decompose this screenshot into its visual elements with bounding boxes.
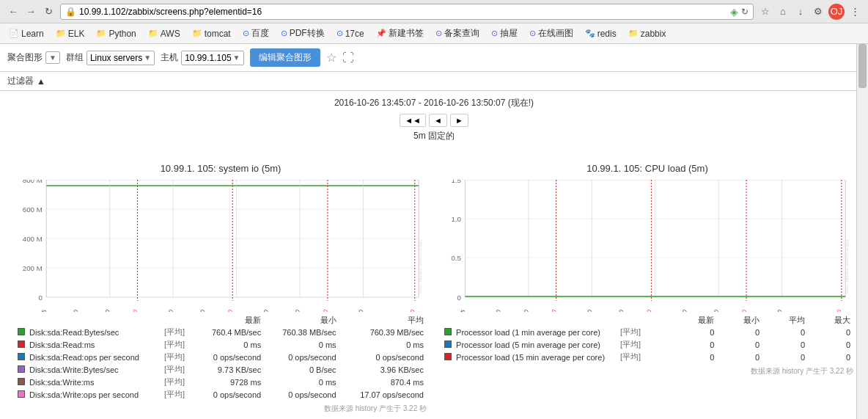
legend-color-swatch xyxy=(18,353,25,360)
chart2-data-source: 数据来源 history 产生于 3.22 秒 xyxy=(441,366,853,376)
nav-back-button[interactable]: ◄ xyxy=(429,114,447,127)
legend-item-latest: 0 ms xyxy=(194,338,264,351)
back-button[interactable]: ← xyxy=(6,4,21,19)
forward-button[interactable]: → xyxy=(23,4,38,19)
scrollbar[interactable] xyxy=(856,44,868,419)
menu-button[interactable]: ⋮ xyxy=(847,4,862,19)
bookmark-star-button[interactable]: ☆ xyxy=(758,4,773,19)
reload-button[interactable]: ↻ xyxy=(41,4,56,19)
charts-area: 10.99.1. 105: system io (5m) 800 M 600 M… xyxy=(0,148,868,419)
home-button[interactable]: ⌂ xyxy=(776,4,790,19)
host-select[interactable]: 10.99.1.105 ▼ xyxy=(181,51,243,65)
chart2-legend-item: Processor load (1 min average per core) … xyxy=(441,326,853,338)
svg-text:13:47:40: 13:47:40 xyxy=(611,309,625,312)
bookmark-elk[interactable]: 📁 ELK xyxy=(51,27,89,40)
shape-select[interactable]: ▼ xyxy=(45,51,60,64)
chart1-legend: 最新 最小 平均 Disk:sda:Read:Bytes/sec [平均] 76… xyxy=(15,315,427,414)
legend-item-min: 0 xyxy=(717,338,762,351)
download-button[interactable]: ↓ xyxy=(793,4,808,19)
svg-text:13:50:00: 13:50:00 xyxy=(402,309,416,312)
bookmark-17ce-label: 17ce xyxy=(345,29,364,39)
host-group: 主机 10.99.1.105 ▼ xyxy=(161,51,243,65)
bookmark-zabbix[interactable]: 📁 zabbix xyxy=(624,27,671,40)
bookmark-drawonline[interactable]: ⊙ 在线画图 xyxy=(525,26,578,41)
filter-label: 过滤器 xyxy=(7,75,34,87)
expand-icon[interactable]: ⛶ xyxy=(342,51,354,65)
bookmark-pdf[interactable]: ⊙ PDF转换 xyxy=(276,26,329,41)
svg-text:13:49:00: 13:49:00 xyxy=(734,309,748,312)
bookmark-tomcat-label: tomcat xyxy=(205,29,231,39)
bookmark-pdf-label: PDF转换 xyxy=(290,27,325,40)
chart1-legend-table: 最新 最小 平均 Disk:sda:Read:Bytes/sec [平均] 76… xyxy=(15,315,427,401)
bookmark-new[interactable]: 📌 新建书签 xyxy=(372,26,428,41)
chart2-title: 10.99.1. 105: CPU load (5m) xyxy=(441,163,853,174)
host-select-value: 10.99.1.105 xyxy=(185,53,231,63)
chart2-col-avg: 平均 xyxy=(762,315,808,326)
legend-item-avg: 0 ops/second xyxy=(339,351,427,363)
scrollbar-thumb[interactable] xyxy=(858,44,867,88)
legend-item-latest: 760.4 MB/sec xyxy=(194,326,264,338)
chart1-col-min: 最小 xyxy=(264,315,339,326)
group-select-value: Linux servers xyxy=(90,53,142,63)
chart1-wrapper: 800 M 600 M 400 M 200 M 0 xyxy=(15,180,427,312)
nav-forward-button[interactable]: ► xyxy=(450,114,468,127)
legend-item-avg: 870.4 ms xyxy=(339,376,427,388)
bookmark-17ce[interactable]: ⊙ 17ce xyxy=(332,27,369,40)
elk-icon: 📁 xyxy=(56,29,66,38)
legend-item-avg: 0 xyxy=(762,351,808,363)
url-bar[interactable]: 🔒 10.99.1.102/zabbix/screens.php?element… xyxy=(60,4,754,20)
bookmark-aws[interactable]: 📁 AWS xyxy=(144,27,185,40)
bookmark-chuti[interactable]: ⊙ 抽屉 xyxy=(487,26,522,41)
legend-item-type: [平均] xyxy=(617,338,672,351)
legend-item-avg: 760.39 MB/sec xyxy=(339,326,427,338)
bookmark-beian[interactable]: ⊙ 备案查询 xyxy=(431,26,484,41)
time-separator: - xyxy=(419,98,424,108)
legend-item-max: 0 xyxy=(808,351,853,363)
bookmark-tomcat[interactable]: 📁 tomcat xyxy=(188,27,235,40)
legend-item-name: Disk:sda:Read:ops per second xyxy=(29,353,139,362)
bookmark-baidu[interactable]: ⊙ 百度 xyxy=(238,26,273,41)
svg-text:13:49:30: 13:49:30 xyxy=(770,309,784,312)
shape-label: 聚合图形 xyxy=(7,51,43,64)
user-button[interactable]: OJ xyxy=(828,4,845,20)
legend-item-avg: 0 ms xyxy=(339,338,427,351)
legend-item-type: [平均] xyxy=(161,351,194,363)
bookmark-learn[interactable]: 📄 Learn xyxy=(4,27,48,40)
17ce-icon: ⊙ xyxy=(336,29,343,38)
legend-item-name: Processor load (15 min average per core) xyxy=(456,353,605,362)
svg-text:13:46:00: 13:46:00 xyxy=(516,309,530,312)
time-range-text: 2016-10-26 13:45:07 - 2016-10-26 13:50:0… xyxy=(0,97,868,109)
filter-header[interactable]: 过滤器 ▲ xyxy=(7,75,861,87)
group-select[interactable]: Linux servers ▼ xyxy=(87,51,155,65)
svg-text:13:47:00: 13:47:00 xyxy=(220,309,234,312)
legend-color-swatch xyxy=(444,340,452,348)
filter-arrow-icon: ▲ xyxy=(37,76,45,87)
refresh-icon[interactable]: ↻ xyxy=(741,7,749,17)
svg-text:1.0: 1.0 xyxy=(452,216,462,223)
legend-item-latest: 9728 ms xyxy=(194,376,264,388)
legend-color-swatch xyxy=(18,365,25,373)
chart2-legend: 最新 最小 平均 最大 Processor load (1 min averag… xyxy=(441,315,853,376)
chart1-legend-item: Disk:sda:Write:Bytes/sec [平均] 9.73 KB/se… xyxy=(15,363,427,376)
favorite-star[interactable]: ☆ xyxy=(326,51,336,65)
edit-btn[interactable]: 编辑聚合图形 xyxy=(250,48,320,67)
chart2-col-min: 最小 xyxy=(717,315,762,326)
legend-item-latest: 9.73 KB/sec xyxy=(194,363,264,376)
bookmark-python[interactable]: 📁 Python xyxy=(92,27,140,40)
drawonline-icon: ⊙ xyxy=(529,29,536,38)
browser-bar: ← → ↻ 🔒 10.99.1.102/zabbix/screens.php?e… xyxy=(0,0,868,23)
bookmark-redis[interactable]: 🐾 redis xyxy=(581,27,621,40)
shape-group: 聚合图形 ▼ xyxy=(7,51,60,64)
svg-text:10-26 13:45: 10-26 13:45 xyxy=(32,309,48,312)
chart2-svg: 1.5 1.0 0.5 0 10-26 13:4 xyxy=(441,180,853,312)
legend-item-min: 0 ms xyxy=(264,376,339,388)
extensions-button[interactable]: ⚙ xyxy=(811,4,825,19)
nav-back-far-button[interactable]: ◄◄ xyxy=(400,114,426,127)
legend-item-name: Processor load (5 min average per core) xyxy=(456,340,600,349)
group-label: 群组 xyxy=(66,51,84,64)
svg-text:13:49:30: 13:49:30 xyxy=(351,309,365,312)
legend-item-min: 0 ops/second xyxy=(264,351,339,363)
url-text: 10.99.1.102/zabbix/screens.php?elementid… xyxy=(79,7,727,17)
group-select-arrow: ▼ xyxy=(144,54,151,62)
redis-icon: 🐾 xyxy=(585,29,595,38)
